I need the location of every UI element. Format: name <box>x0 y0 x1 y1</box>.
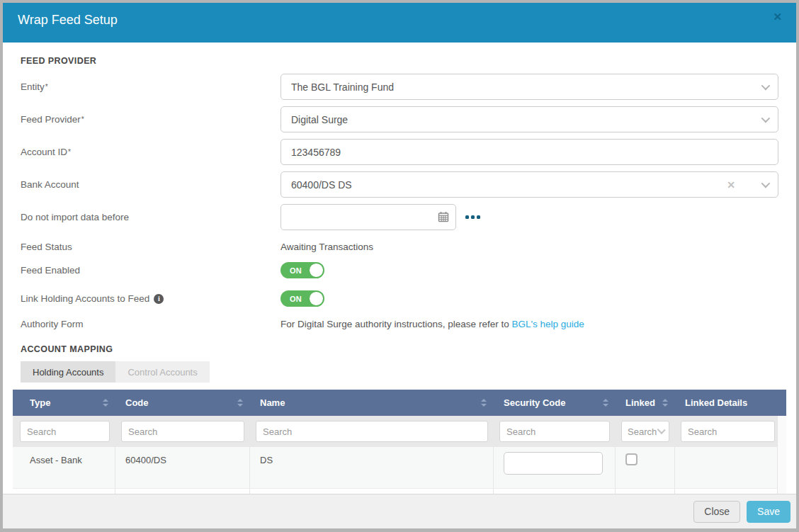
cell-code: 60400/DS <box>115 447 250 488</box>
sort-icon[interactable] <box>237 399 243 407</box>
link-holding-toggle[interactable]: ON <box>280 290 324 307</box>
bank-account-row: Bank Account 60400/DS DS ✕ <box>21 171 778 198</box>
wrap-feed-setup-dialog: Wrap Feed Setup ✕ FEED PROVIDER Entity* … <box>3 3 796 528</box>
feed-provider-value: Digital Surge <box>291 114 761 125</box>
account-id-row: Account ID* <box>21 139 778 165</box>
cell-linked <box>616 447 675 488</box>
chevron-down-icon <box>761 114 771 123</box>
chevron-down-icon <box>657 426 666 434</box>
table-row: Asset - Bank 60400/DS DS <box>13 447 786 488</box>
table-header-row: Type Code Name Security Code <box>13 390 786 416</box>
help-guide-link[interactable]: BGL's help guide <box>511 319 584 329</box>
toggle-on-label: ON <box>290 266 302 275</box>
authority-instructions: For Digital Surge authority instructions… <box>280 319 584 329</box>
link-holding-row: Link Holding Accounts to Feed i ON <box>21 290 778 307</box>
cell-type: Asset - Bank <box>13 447 115 488</box>
import-before-row: Do not import data before <box>21 204 778 230</box>
entity-value: The BGL Training Fund <box>291 81 761 93</box>
import-before-date-input[interactable] <box>280 204 456 230</box>
sort-icon[interactable] <box>103 399 108 407</box>
feed-enabled-row: Feed Enabled ON <box>21 262 778 278</box>
feed-provider-heading: FEED PROVIDER <box>21 56 778 66</box>
table-search-row: Search <box>13 416 786 447</box>
calendar-icon[interactable] <box>438 211 449 222</box>
feed-status-row: Feed Status Awaiting Transactions <box>21 239 778 254</box>
info-icon[interactable]: i <box>154 294 164 304</box>
entity-row: Entity* The BGL Training Fund <box>21 74 778 100</box>
close-button[interactable]: Close <box>693 501 740 523</box>
account-mapping-table: Type Code Name Security Code <box>13 390 786 494</box>
table-row-empty <box>13 488 786 494</box>
authority-form-row: Authority Form For Digital Surge authori… <box>21 319 778 333</box>
toggle-knob <box>309 291 324 306</box>
search-name-input[interactable] <box>256 421 488 442</box>
column-header-linked-details: Linked Details <box>675 390 786 416</box>
more-options-icon[interactable] <box>465 215 480 219</box>
feed-provider-row: Feed Provider* Digital Surge <box>21 106 778 132</box>
column-header-linked: Linked <box>616 390 675 416</box>
search-security-code-input[interactable] <box>499 421 610 442</box>
tab-holding-accounts[interactable]: Holding Accounts <box>21 361 115 383</box>
entity-select[interactable]: The BGL Training Fund <box>280 74 778 100</box>
cell-security-code <box>494 447 616 488</box>
account-id-label: Account ID* <box>21 147 280 157</box>
feed-provider-select[interactable]: Digital Surge <box>280 106 778 132</box>
bank-account-value: 60400/DS DS <box>291 179 727 191</box>
feed-provider-label: Feed Provider* <box>21 114 280 125</box>
modal-frame: Wrap Feed Setup ✕ FEED PROVIDER Entity* … <box>0 0 799 532</box>
chevron-down-icon <box>761 179 771 188</box>
search-linked-details-input[interactable] <box>681 421 775 442</box>
chevron-down-icon <box>761 81 771 91</box>
search-type-input[interactable] <box>20 421 110 442</box>
feed-status-label: Feed Status <box>21 242 280 252</box>
sort-icon[interactable] <box>481 399 487 407</box>
feed-enabled-toggle[interactable]: ON <box>280 262 324 278</box>
cell-name: DS <box>250 447 494 488</box>
column-header-name: Name <box>250 390 494 416</box>
cell-linked-details <box>675 447 786 488</box>
dialog-footer: Close Save <box>3 494 796 528</box>
bank-account-label: Bank Account <box>21 179 280 190</box>
toggle-on-label: ON <box>290 295 302 303</box>
column-header-security-code: Security Code <box>494 390 616 416</box>
clear-icon[interactable]: ✕ <box>727 179 735 191</box>
sort-icon[interactable] <box>662 399 668 407</box>
close-icon[interactable]: ✕ <box>773 11 782 22</box>
sort-icon[interactable] <box>603 399 608 407</box>
column-header-code: Code <box>115 390 250 416</box>
account-mapping-heading: ACCOUNT MAPPING <box>21 344 778 354</box>
account-mapping-tabs: Holding Accounts Control Accounts <box>21 361 778 383</box>
import-before-label: Do not import data before <box>21 212 280 222</box>
dialog-body: FEED PROVIDER Entity* The BGL Training F… <box>3 43 796 494</box>
account-id-input[interactable] <box>280 139 778 165</box>
link-holding-label: Link Holding Accounts to Feed i <box>21 293 280 304</box>
search-linked-select[interactable]: Search <box>621 421 669 442</box>
dialog-title: Wrap Feed Setup <box>18 13 118 28</box>
authority-form-label: Authority Form <box>21 319 280 329</box>
feed-enabled-label: Feed Enabled <box>21 265 280 276</box>
linked-checkbox[interactable] <box>625 453 638 465</box>
entity-label: Entity* <box>21 81 280 92</box>
vertical-scrollbar[interactable] <box>777 416 786 494</box>
save-button[interactable]: Save <box>747 501 790 523</box>
dialog-header: Wrap Feed Setup ✕ <box>3 3 796 43</box>
feed-status-value: Awaiting Transactions <box>280 242 373 252</box>
toggle-knob <box>309 263 324 278</box>
tab-control-accounts[interactable]: Control Accounts <box>115 361 209 383</box>
bank-account-select[interactable]: 60400/DS DS ✕ <box>280 171 778 198</box>
security-code-input[interactable] <box>504 452 603 475</box>
column-header-type: Type <box>13 390 115 416</box>
search-code-input[interactable] <box>121 421 244 442</box>
